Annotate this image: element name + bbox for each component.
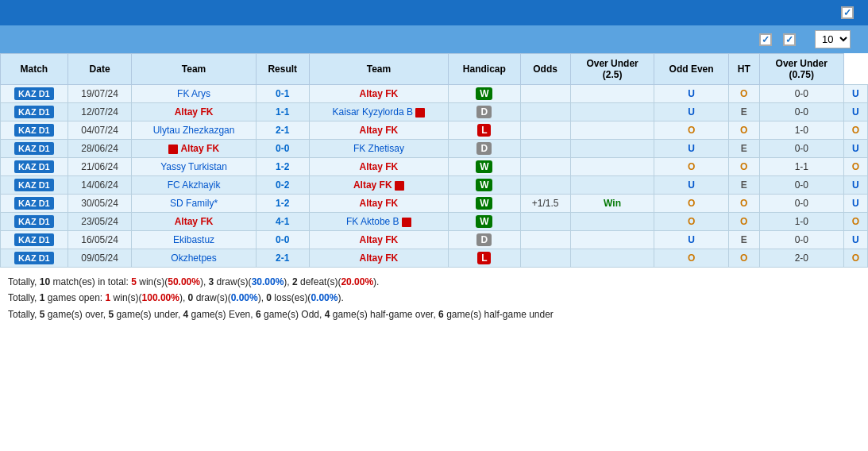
cell-result[interactable]: 2-1 [256,121,309,140]
kaz-d1-filter[interactable]: ✓ [783,33,799,46]
cell-team2[interactable]: Kaisar Kyzylorda B [309,103,448,121]
cell-handicap [520,249,570,268]
cell-odds [570,231,654,249]
col-match: Match [1,54,68,85]
table-header-row: Match Date Team Result Team Handicap Odd… [1,54,868,85]
cell-match: KAZ D1 [1,176,68,195]
cell-result[interactable]: 0-1 [256,85,309,103]
cell-team1[interactable]: FC Akzhayik [132,176,256,195]
table-row: KAZ D130/05/24SD Family*1-2Altay FKW+1/1… [1,195,868,213]
cell-team2[interactable]: Altay FK [309,121,448,140]
cell-result[interactable]: 1-1 [256,103,309,121]
result-link[interactable]: 1-2 [276,198,289,209]
result-link[interactable]: 0-0 [276,234,289,245]
cell-ht-ou: U [843,103,867,121]
cell-result[interactable]: 0-0 [256,231,309,249]
odd-even-value: E [741,143,747,154]
result-link[interactable]: 2-1 [276,252,289,264]
summary-line2: Totally, 1 games open: 1 win(s)(100.00%)… [8,290,860,306]
col-handicap: Handicap [449,54,521,85]
cell-result[interactable]: 2-1 [256,249,309,268]
cell-team1[interactable]: Altay FK [132,213,256,231]
cell-odd-even: O [728,158,759,176]
col-odd-even: Odd Even [654,54,728,85]
kaz-cup-checkbox[interactable]: ✓ [759,33,772,46]
result-link[interactable]: 2-1 [276,125,289,136]
team2-name: FK Aktobe B [346,216,399,227]
cell-team1[interactable]: Ulytau Zhezkazgan [132,121,256,140]
team2-name: Altay FK [360,198,399,209]
team1-name: Okzhetpes [171,252,216,264]
cell-over-under: O [654,195,728,213]
match-badge: KAZ D1 [14,87,54,100]
team2-name: Altay FK [360,125,399,136]
cell-team1[interactable]: Altay FK [132,103,256,121]
display-notes-checkbox[interactable]: ✓ [841,6,854,19]
cell-team1[interactable]: Ekibastuz [132,231,256,249]
result-link[interactable]: 4-1 [276,216,289,227]
cell-ht: 0-0 [759,85,843,103]
cell-ht: 2-0 [759,249,843,268]
cell-ht-ou: U [843,140,867,158]
cell-team2[interactable]: Altay FK [309,176,448,195]
cell-odds [570,140,654,158]
cell-result[interactable]: 1-2 [256,195,309,213]
cell-handicap [520,231,570,249]
cell-team2[interactable]: FK Zhetisay [309,140,448,158]
odd-even-value: O [740,198,747,209]
cell-odds [570,213,654,231]
over-under-value: O [688,125,695,136]
cell-wdl: W [449,195,521,213]
match-badge: KAZ D1 [14,179,54,191]
cell-wdl: L [449,249,521,268]
summary-line3: Totally, 5 game(s) over, 5 game(s) under… [8,306,860,322]
result-link[interactable]: 0-0 [276,143,289,154]
result-link[interactable]: 1-2 [276,161,289,172]
odds-win: Win [604,198,621,209]
ht-ou-value: O [852,216,859,227]
result-link[interactable]: 0-2 [276,179,289,191]
cell-handicap [520,140,570,158]
result-link[interactable]: 0-1 [276,88,289,99]
cell-team2[interactable]: Altay FK [309,85,448,103]
cell-match: KAZ D1 [1,249,68,268]
over-under-value: U [688,106,695,118]
cell-team2[interactable]: Altay FK [309,231,448,249]
cell-date: 16/05/24 [68,231,132,249]
cell-match: KAZ D1 [1,103,68,121]
wdl-badge: D [476,142,492,155]
cell-result[interactable]: 0-2 [256,176,309,195]
cell-wdl: W [449,158,521,176]
cell-ht: 0-0 [759,176,843,195]
team1-name: Yassy Turkistan [160,161,227,172]
cell-team2[interactable]: Altay FK [309,195,448,213]
cell-team1[interactable]: FK Arys [132,85,256,103]
red-card-icon [402,218,411,227]
kaz-d1-checkbox[interactable]: ✓ [783,33,796,46]
over-under-value: U [688,234,695,245]
ht-ou-value: U [852,179,859,191]
col-over-under-075: Over Under(0.75) [759,54,843,85]
team1-name: Altay FK [175,216,214,227]
wdl-badge: D [476,233,492,246]
cell-team2[interactable]: Altay FK [309,158,448,176]
cell-handicap [520,85,570,103]
cell-odd-even: E [728,231,759,249]
cell-team2[interactable]: Altay FK [309,249,448,268]
red-card-icon [168,145,178,154]
cell-team2[interactable]: FK Aktobe B [309,213,448,231]
cell-team1[interactable]: Okzhetpes [132,249,256,268]
cell-result[interactable]: 4-1 [256,213,309,231]
summary-section: Totally, 10 match(es) in total: 5 win(s)… [0,268,868,329]
cell-team1[interactable]: Yassy Turkistan [132,158,256,176]
ht-ou-value: O [852,161,859,172]
cell-team1[interactable]: SD Family* [132,195,256,213]
col-over-under-25: Over Under(2.5) [570,54,654,85]
cell-team1[interactable]: Altay FK [132,140,256,158]
cell-result[interactable]: 0-0 [256,140,309,158]
result-link[interactable]: 1-1 [276,106,289,118]
last-games-select[interactable]: 10 5 15 20 All [815,30,851,48]
cell-result[interactable]: 1-2 [256,158,309,176]
wdl-badge: W [476,197,492,210]
kaz-cup-filter[interactable]: ✓ [759,33,775,46]
